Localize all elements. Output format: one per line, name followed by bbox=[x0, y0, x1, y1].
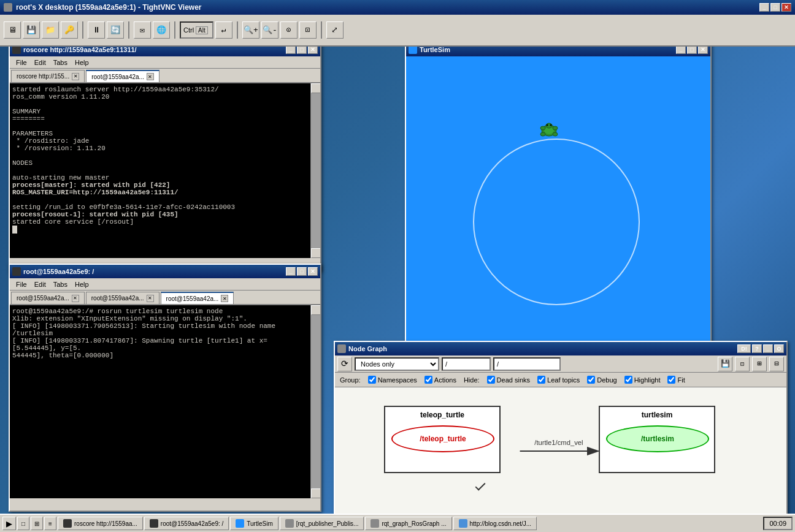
toolbar-refresh-btn[interactable]: 🔄 bbox=[107, 21, 124, 39]
roscore-menu-tabs[interactable]: Tabs bbox=[50, 58, 71, 67]
nodegraph-ns-input2[interactable] bbox=[493, 357, 561, 371]
actions-checkbox[interactable] bbox=[424, 376, 432, 384]
vnc-minimize-btn[interactable]: _ bbox=[759, 3, 769, 12]
start-btn[interactable]: ▶ bbox=[2, 517, 16, 530]
terminal-scrollbar[interactable]: ▲ ▼ bbox=[310, 305, 320, 498]
taskbar-roscore-btn[interactable]: roscore http://1559aa... bbox=[58, 517, 143, 530]
alt-btn[interactable]: Alt bbox=[196, 26, 208, 34]
roscore-tab-1[interactable]: roscore http://155... ✕ bbox=[11, 70, 85, 82]
highlight-checkbox[interactable] bbox=[624, 376, 632, 384]
roscore-window: roscore http://1559aa42a5e9:11311/ _ □ ✕… bbox=[9, 42, 321, 272]
taskbar-roscore-icon bbox=[63, 519, 72, 528]
toolbar-zoomout-btn[interactable]: 🔍- bbox=[261, 21, 278, 39]
turtlesim-path-svg bbox=[406, 56, 710, 353]
taskbar-icon2[interactable]: ≡ bbox=[44, 517, 56, 530]
term-line-13: process[rosout-1]: started with pid [435… bbox=[12, 211, 308, 218]
roscore-scroll-up[interactable]: ▲ bbox=[311, 83, 320, 93]
turtlesim-restore-btn[interactable]: □ bbox=[687, 45, 697, 54]
taskbar-show-desktop[interactable]: □ bbox=[17, 517, 29, 530]
nodegraph-help-btn[interactable]: ? bbox=[752, 344, 762, 353]
nodegraph-refresh-btn[interactable]: ⟳ bbox=[337, 357, 352, 371]
roscore-minimize-btn[interactable]: _ bbox=[286, 45, 296, 54]
turtlesim-minimize-btn[interactable]: _ bbox=[676, 45, 686, 54]
toolbar-monitor-btn[interactable]: 🖥 bbox=[4, 21, 21, 39]
nodegraph-info-btn[interactable]: D! bbox=[737, 344, 751, 353]
leaf-topics-checkbox[interactable] bbox=[537, 376, 545, 384]
terminal-scroll-up[interactable]: ▲ bbox=[311, 305, 320, 315]
terminal-scroll-track[interactable] bbox=[311, 315, 320, 488]
roscore-scrollbar[interactable]: ▲ ▼ bbox=[310, 83, 320, 258]
toolbar-save-btn[interactable]: 💾 bbox=[23, 21, 40, 39]
nodegraph-ns-input1[interactable] bbox=[442, 357, 491, 371]
toolbar-fullscreen-btn[interactable]: ⤢ bbox=[326, 21, 344, 39]
terminal-menu-edit[interactable]: Edit bbox=[31, 279, 50, 289]
taskbar-terminal-btn[interactable]: root@1559aa42a5e9: / bbox=[144, 517, 229, 530]
roscore-menu-edit[interactable]: Edit bbox=[31, 58, 50, 67]
highlight-checkbox-label[interactable]: Highlight bbox=[624, 376, 661, 384]
turtlesim-controls: _ □ ✕ bbox=[676, 45, 708, 54]
roscore-menu-file[interactable]: File bbox=[12, 58, 31, 67]
namespaces-checkbox-label[interactable]: Namespaces bbox=[368, 376, 417, 384]
toolbar-key-btn[interactable]: 🔑 bbox=[61, 21, 78, 39]
terminal-tab-1[interactable]: root@1559aa42a... ✕ bbox=[11, 292, 85, 304]
taskbar-rqtgraph-btn[interactable]: rqt_graph_RosGraph ... bbox=[365, 517, 451, 530]
roscore-tab-2-close[interactable]: ✕ bbox=[147, 73, 154, 80]
terminal-menu-file[interactable]: File bbox=[12, 279, 31, 289]
toolbar-pause-btn[interactable]: ⏸ bbox=[88, 21, 105, 39]
debug-checkbox-label[interactable]: Debug bbox=[587, 376, 616, 384]
terminal-close-btn[interactable]: ✕ bbox=[308, 267, 318, 276]
taskbar-rqtpub-btn[interactable]: [rqt_publisher_Publis... bbox=[280, 517, 364, 530]
toolbar-folder-btn[interactable]: 📁 bbox=[42, 21, 59, 39]
nodegraph-zoom-btn[interactable]: ⊟ bbox=[769, 357, 784, 371]
terminal-tab-2-close[interactable]: ✕ bbox=[147, 295, 154, 302]
roscore-restore-btn[interactable]: □ bbox=[297, 45, 307, 54]
leaf-topics-checkbox-label[interactable]: Leaf topics bbox=[537, 376, 580, 384]
terminal-tab-1-close[interactable]: ✕ bbox=[72, 295, 79, 302]
toolbar-zoomreset-btn[interactable]: ⊙ bbox=[280, 21, 298, 39]
terminal-tab-2[interactable]: root@1559aa42a... ✕ bbox=[86, 292, 159, 304]
terminal-tab-3[interactable]: root@1559aa42a... ✕ bbox=[161, 292, 234, 304]
terminal-restore-btn[interactable]: □ bbox=[297, 267, 307, 276]
vnc-maximize-btn[interactable]: □ bbox=[770, 3, 780, 12]
turtlesim-close-btn[interactable]: ✕ bbox=[698, 45, 708, 54]
ctrl-alt-group: Ctrl Alt bbox=[180, 21, 213, 39]
tterm-line-2: Xlib: extension "XInputExtension" missin… bbox=[12, 315, 308, 322]
toolbar-send-btn[interactable]: ↵ bbox=[215, 21, 232, 39]
toolbar-zoomin-btn[interactable]: 🔍+ bbox=[242, 21, 259, 39]
nodegraph-export-btn[interactable]: ⊡ bbox=[735, 357, 750, 371]
roscore-tab-1-close[interactable]: ✕ bbox=[72, 73, 79, 80]
roscore-tab-2[interactable]: root@1559aa42a... ✕ bbox=[86, 70, 159, 82]
dead-sinks-checkbox[interactable] bbox=[487, 376, 495, 384]
roscore-scroll-track[interactable] bbox=[311, 93, 320, 248]
taskbar-icon1[interactable]: ⊞ bbox=[31, 517, 43, 530]
terminal-scroll-down[interactable]: ▼ bbox=[311, 488, 320, 498]
svg-point-7 bbox=[553, 132, 558, 136]
toolbar-earth-btn[interactable]: 🌐 bbox=[153, 21, 170, 39]
fit-checkbox-label[interactable]: Fit bbox=[667, 376, 685, 384]
toolbar-email-btn[interactable]: ✉ bbox=[134, 21, 151, 39]
taskbar-turtlesim-btn[interactable]: TurtleSim bbox=[230, 517, 278, 530]
terminal-minimize-btn[interactable]: _ bbox=[286, 267, 296, 276]
nodegraph-close-btn[interactable]: O bbox=[774, 344, 784, 353]
toolbar-zoomfit-btn[interactable]: ⊡ bbox=[299, 21, 317, 39]
vnc-close-btn[interactable]: ✕ bbox=[782, 3, 791, 12]
namespaces-checkbox[interactable] bbox=[368, 376, 376, 384]
nodegraph-layout-btn[interactable]: ⊞ bbox=[752, 357, 767, 371]
tterm-line-3: [ INFO] [1498003371.790562513]: Starting… bbox=[12, 322, 308, 337]
nodegraph-save-btn[interactable]: 💾 bbox=[718, 357, 732, 371]
taskbar-roscore-label: roscore http://1559aa... bbox=[74, 520, 137, 527]
nodegraph-minimize-btn[interactable]: _ bbox=[763, 344, 773, 353]
fit-checkbox[interactable] bbox=[667, 376, 675, 384]
roscore-close-btn[interactable]: ✕ bbox=[308, 45, 318, 54]
svg-point-4 bbox=[540, 126, 545, 130]
roscore-scroll-down[interactable]: ▼ bbox=[311, 248, 320, 258]
actions-checkbox-label[interactable]: Actions bbox=[424, 376, 456, 384]
nodegraph-filter-dropdown[interactable]: Nodes only Nodes/Topics (active) Nodes/T… bbox=[355, 357, 439, 371]
terminal-menu-help[interactable]: Help bbox=[71, 279, 93, 289]
roscore-menu-help[interactable]: Help bbox=[71, 58, 93, 67]
taskbar-browser-btn[interactable]: http://blog.csdn.net/J... bbox=[453, 517, 537, 530]
dead-sinks-checkbox-label[interactable]: Dead sinks bbox=[487, 376, 530, 384]
terminal-tab-3-close[interactable]: ✕ bbox=[221, 295, 228, 302]
debug-checkbox[interactable] bbox=[587, 376, 595, 384]
terminal-menu-tabs[interactable]: Tabs bbox=[50, 279, 71, 289]
